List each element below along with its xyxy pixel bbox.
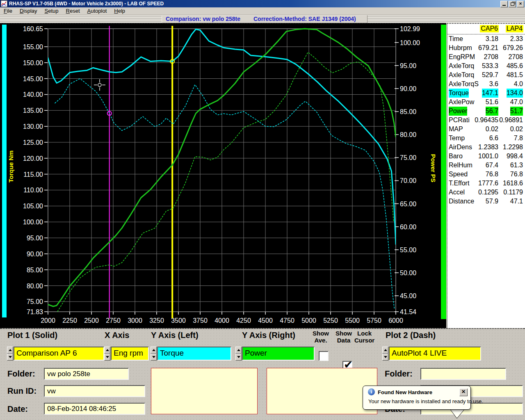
- power-axis-strip: [441, 25, 446, 319]
- svg-text:160.65: 160.65: [23, 25, 43, 32]
- svg-text:110.00: 110.00: [23, 187, 43, 194]
- svg-text:85.00: 85.00: [27, 267, 43, 274]
- folder-label: Folder:: [7, 369, 35, 379]
- svg-text:75.00: 75.00: [27, 298, 43, 305]
- data-row-relhum: RelHum67.461.3: [447, 161, 525, 170]
- minimize-button[interactable]: [500, 1, 508, 7]
- menu-item-file[interactable]: File: [0, 7, 16, 15]
- xaxis-spinner[interactable]: [104, 347, 110, 361]
- show-ave-checkbox[interactable]: [319, 351, 329, 361]
- menu-item-display[interactable]: Display: [16, 7, 41, 15]
- lock-cursor-label: LockCursor: [354, 330, 374, 344]
- popup-close-icon[interactable]: ✕: [459, 388, 468, 396]
- data-row-torque: Torque147.1134.0: [447, 89, 525, 98]
- data-row-airdens: AirDens1.23831.2298: [447, 143, 525, 152]
- svg-text:80.00: 80.00: [27, 283, 43, 290]
- data-row-engrpm: EngRPM27082708: [447, 52, 525, 62]
- svg-text:5750: 5750: [367, 317, 381, 324]
- yleft-spinner[interactable]: [151, 347, 157, 361]
- menu-item-reset[interactable]: Reset: [62, 7, 84, 15]
- yright-select[interactable]: Power: [242, 347, 315, 361]
- dyno-chart[interactable]: 160.65155.00150.00145.00140.00135.00130.…: [0, 23, 446, 329]
- restore-button[interactable]: [509, 1, 516, 7]
- svg-text:65.00: 65.00: [400, 201, 416, 208]
- data-row-speed: Speed76.876.8: [447, 170, 525, 179]
- svg-text:90.00: 90.00: [27, 251, 43, 258]
- svg-text:105.00: 105.00: [23, 203, 43, 210]
- data-row-axletorq: AxleTorq533.3485.6: [447, 62, 525, 71]
- svg-text:70.00: 70.00: [400, 177, 416, 184]
- data-row-t-effort: T.Effort1777.61618.6: [447, 179, 525, 188]
- yright-spinner[interactable]: [235, 347, 242, 361]
- title-bar[interactable]: RHAS-SP V1.7-05B (4WD - Motor Vehicle 2x…: [0, 0, 525, 7]
- xaxis-label: X Axis: [105, 331, 129, 340]
- application-window: RHAS-SP V1.7-05B (4WD - Motor Vehicle 2x…: [0, 0, 525, 420]
- svg-text:150.00: 150.00: [23, 59, 43, 66]
- svg-text:6000: 6000: [388, 317, 403, 324]
- date-label: Date:: [7, 404, 28, 414]
- svg-text:71.83: 71.83: [27, 308, 43, 315]
- svg-text:145.00: 145.00: [23, 75, 43, 82]
- svg-text:95.00: 95.00: [27, 235, 43, 242]
- show-data-label: ShowData: [336, 330, 352, 344]
- svg-text:95.00: 95.00: [400, 62, 416, 69]
- svg-text:4250: 4250: [236, 317, 251, 324]
- data-row-map: MAP0.020.02: [447, 125, 525, 134]
- info-icon: i: [368, 388, 375, 395]
- yleft-label: Y Axis (Left): [151, 331, 199, 340]
- svg-text:3250: 3250: [149, 317, 164, 324]
- folder-field-right[interactable]: [420, 368, 506, 380]
- data-row-pcrati: PCRati0.964350.96891: [447, 116, 525, 125]
- data-panel-header: CAP6 LAP4: [447, 24, 525, 34]
- menu-item-help[interactable]: Help: [110, 7, 129, 15]
- data-row-axlepow: AxlePow51.647.0: [447, 98, 525, 107]
- folder-label-right: Folder:: [385, 369, 413, 379]
- comment-box-2[interactable]: [267, 368, 377, 414]
- svg-text:115.00: 115.00: [23, 171, 43, 178]
- date-field[interactable]: 08-Feb-2014 08:46:25: [44, 403, 145, 415]
- svg-text:100.00: 100.00: [400, 39, 420, 46]
- data-row-accel: Accel0.12950.1179: [447, 188, 525, 197]
- data-row-power: Power56.751.7: [447, 107, 525, 116]
- plot1-spinner[interactable]: [7, 347, 13, 361]
- series-lap4-power: [57, 52, 393, 311]
- svg-text:75.00: 75.00: [400, 154, 416, 161]
- app-icon: [1, 0, 7, 7]
- xaxis-select[interactable]: Eng rpm: [111, 347, 149, 361]
- yleft-select[interactable]: Torque: [157, 347, 231, 361]
- chart-svg: 160.65155.00150.00145.00140.00135.00130.…: [0, 24, 446, 328]
- plot2-spinner[interactable]: [382, 347, 388, 361]
- svg-text:45.00: 45.00: [400, 292, 416, 299]
- svg-text:4000: 4000: [215, 317, 229, 324]
- svg-text:102.99: 102.99: [400, 25, 420, 32]
- plot1-select[interactable]: Comparison AP 6: [14, 347, 104, 361]
- svg-text:60.00: 60.00: [400, 224, 416, 231]
- svg-text:3750: 3750: [193, 317, 208, 324]
- menu-item-autoplot[interactable]: Autoplot: [84, 7, 111, 15]
- y-right-axis-title: Power PS: [430, 154, 437, 182]
- found-new-hardware-popup[interactable]: i Found New Hardware ✕ Your new hardware…: [363, 386, 471, 410]
- plot1-label: Plot 1 (Solid): [7, 331, 57, 340]
- torque-axis-strip: [2, 25, 7, 317]
- run-id-field[interactable]: vw: [44, 385, 145, 397]
- menu-bar: FileDisplaySetupResetAutoplotHelp: [0, 7, 525, 15]
- svg-text:3000: 3000: [128, 317, 142, 324]
- column-header-lap4: LAP4: [506, 25, 523, 32]
- svg-text:120.00: 120.00: [23, 155, 43, 162]
- data-row-distance: Distance57.947.1: [447, 197, 525, 206]
- menu-item-setup[interactable]: Setup: [41, 7, 62, 15]
- comment-box-1[interactable]: [151, 368, 258, 414]
- svg-text:2250: 2250: [62, 317, 77, 324]
- data-readout-panel: CAP6 LAP4 Time3.182.33Hubrpm679.21679.26…: [447, 23, 525, 329]
- close-button[interactable]: ✕: [517, 1, 524, 7]
- svg-text:125.00: 125.00: [23, 139, 43, 146]
- plot2-select[interactable]: AutoPlot 4 LIVE: [389, 347, 481, 361]
- svg-text:55.00: 55.00: [400, 247, 416, 253]
- popup-tail: [447, 409, 468, 419]
- mouse-crosshair-icon: [94, 79, 105, 91]
- popup-body: Your new hardware is installed and ready…: [368, 398, 483, 404]
- svg-text:4750: 4750: [280, 317, 294, 324]
- plot2-label: Plot 2 (Dash): [386, 331, 436, 340]
- svg-text:2750: 2750: [106, 317, 121, 324]
- folder-field[interactable]: vw polo 258te: [44, 368, 129, 380]
